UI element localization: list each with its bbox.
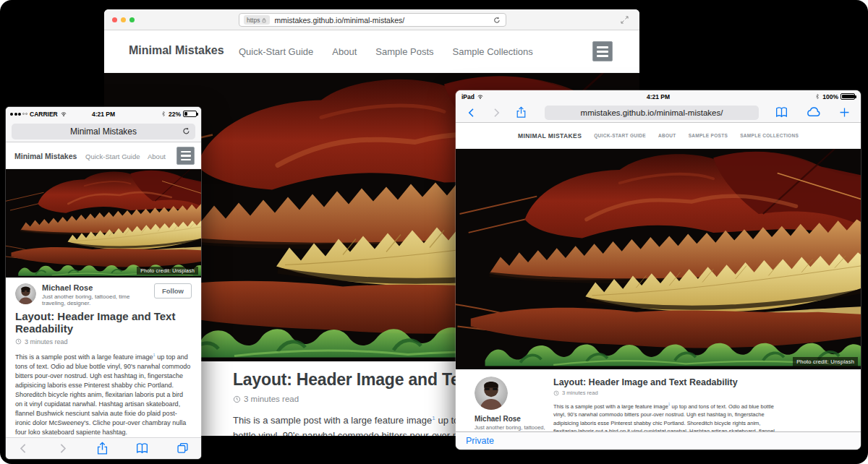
- iphone-site-navbar: Minimal Mistakes Quick-Start Guide About: [6, 142, 201, 169]
- back-icon[interactable]: [466, 107, 477, 119]
- zoom-window-button[interactable]: [129, 17, 135, 22]
- nav-link-about[interactable]: About: [332, 46, 357, 57]
- clock-icon: [233, 395, 241, 403]
- avatar: [15, 283, 36, 304]
- forward-icon[interactable]: [56, 442, 69, 455]
- autumn-leaves-image: [456, 149, 861, 369]
- bookmarks-icon[interactable]: [135, 442, 149, 455]
- ipad-safari: iPad 4:21 PM 100% mmistakes.github.io/mi…: [456, 90, 861, 450]
- ipad-header-image: Photo credit: Unsplash: [456, 149, 861, 369]
- lock-icon: [261, 17, 267, 23]
- device-mockup-composite: https mmistakes.github.io/minimal-mistak…: [0, 0, 868, 464]
- clock-icon: [553, 390, 559, 396]
- ipad-clock: 4:21 PM: [456, 93, 861, 100]
- post-meta: 3 minutes read: [553, 390, 783, 396]
- autumn-leaves-image: [6, 169, 201, 278]
- nav-link-quick-start-guide[interactable]: Quick-Start Guide: [239, 46, 313, 57]
- private-label[interactable]: Private: [466, 436, 494, 446]
- nav-link-about[interactable]: ABOUT: [658, 133, 676, 138]
- bluetooth-icon: [161, 111, 166, 117]
- ipad-toolbar-right: [775, 105, 851, 120]
- bluetooth-icon: [814, 93, 820, 100]
- iphone-safari: CARRIER 4:21 PM 22% Minimal Mistakes Min…: [6, 107, 201, 459]
- desktop-address-bar[interactable]: https mmistakes.github.io/minimal-mistak…: [239, 13, 506, 27]
- reload-icon[interactable]: [182, 126, 191, 136]
- post-title: Layout: Header Image and Text Readabilit…: [15, 311, 192, 335]
- minimize-window-button[interactable]: [121, 17, 126, 22]
- battery-icon: [841, 93, 855, 100]
- clock-icon: [15, 338, 22, 345]
- new-tab-icon[interactable]: [838, 106, 851, 119]
- photo-credit-label: Photo credit: Unsplash: [137, 267, 198, 275]
- nav-link-about[interactable]: About: [148, 152, 166, 160]
- post-paragraph: This is a sample post with a large featu…: [15, 351, 192, 437]
- iphone-bottom-toolbar: [6, 437, 201, 459]
- site-brand-link[interactable]: MINIMAL MISTAKES: [518, 132, 582, 139]
- bookmarks-icon[interactable]: [775, 106, 788, 119]
- ipad-status-bar: iPad 4:21 PM 100%: [456, 90, 861, 103]
- battery-icon: [183, 111, 197, 117]
- post-meta: 3 minutes read: [15, 338, 192, 345]
- author-bio: Just another boring, tattooed, time trav…: [475, 424, 547, 431]
- avatar: [475, 377, 508, 410]
- nav-link-sample-posts[interactable]: SAMPLE POSTS: [689, 133, 728, 138]
- nav-link-sample-collections[interactable]: Sample Collections: [453, 46, 533, 57]
- author-name: Michael Rose: [475, 415, 547, 423]
- iphone-header-image: Photo credit: Unsplash: [6, 169, 201, 278]
- site-brand-link[interactable]: Minimal Mistakes: [14, 152, 77, 160]
- close-window-button[interactable]: [112, 17, 117, 22]
- reload-icon[interactable]: [493, 16, 501, 25]
- share-icon[interactable]: [95, 442, 109, 455]
- site-brand-link[interactable]: Minimal Mistakes: [129, 44, 224, 57]
- iphone-status-bar: CARRIER 4:21 PM 22%: [6, 107, 201, 121]
- back-icon[interactable]: [17, 442, 30, 455]
- ipad-post-main: Layout: Header Image and Text Readabilit…: [553, 369, 783, 431]
- fullscreen-expand-icon[interactable]: [620, 15, 629, 25]
- author-photo: [15, 283, 36, 304]
- forward-icon[interactable]: [490, 107, 502, 119]
- window-traffic-lights[interactable]: [112, 17, 135, 22]
- post-title: Layout: Header Image and Text Readabilit…: [553, 377, 783, 387]
- ipad-toolbar: mmistakes.github.io/minimal-mistakes/: [456, 103, 861, 123]
- hamburger-menu-button[interactable]: [592, 41, 613, 61]
- ipad-site-navbar: MINIMAL MISTAKES QUICK-START GUIDE ABOUT…: [456, 123, 861, 149]
- photo-credit-label: Photo credit: Unsplash: [793, 357, 858, 366]
- nav-link-quick-start-guide[interactable]: Quick-Start Guide: [85, 152, 140, 160]
- battery-percent: 22%: [169, 111, 181, 118]
- iphone-address-field[interactable]: Minimal Mistakes: [12, 124, 195, 139]
- private-browsing-bar: Private: [456, 431, 861, 450]
- author-photo: [475, 377, 508, 410]
- https-badge: https: [244, 15, 270, 25]
- author-name: Michael Rose: [42, 283, 148, 292]
- iphone-post-content: Michael Rose Just another boring, tattoo…: [6, 278, 201, 437]
- desktop-browser-chrome: https mmistakes.github.io/minimal-mistak…: [104, 9, 639, 30]
- site-nav-links: Quick-Start Guide About Sample Posts Sam…: [239, 30, 533, 72]
- nav-link-sample-posts[interactable]: Sample Posts: [375, 46, 433, 57]
- nav-link-sample-collections[interactable]: SAMPLE COLLECTIONS: [740, 133, 799, 138]
- desktop-url-text: mmistakes.github.io/minimal-mistakes/: [274, 16, 488, 25]
- desktop-site-navbar: Minimal Mistakes Quick-Start Guide About…: [104, 30, 639, 73]
- share-icon[interactable]: [515, 106, 527, 119]
- author-bio: Just another boring, tattooed, time trav…: [42, 293, 148, 306]
- iphone-url-bar: Minimal Mistakes: [6, 121, 201, 142]
- icloud-tabs-icon[interactable]: [806, 105, 821, 120]
- hamburger-menu-button[interactable]: [176, 147, 195, 165]
- battery-percent: 100%: [822, 93, 838, 100]
- ipad-address-field[interactable]: mmistakes.github.io/minimal-mistakes/: [545, 106, 759, 120]
- nav-link-quick-start-guide[interactable]: QUICK-START GUIDE: [594, 133, 646, 138]
- follow-button[interactable]: Follow: [154, 283, 192, 298]
- post-paragraph: This is a sample post with a large featu…: [553, 400, 783, 431]
- author-row: Michael Rose Just another boring, tattoo…: [15, 283, 192, 306]
- ipad-post-content: Michael Rose Just another boring, tattoo…: [456, 369, 861, 431]
- tabs-icon[interactable]: [176, 442, 190, 455]
- author-sidebar: Michael Rose Just another boring, tattoo…: [475, 377, 547, 431]
